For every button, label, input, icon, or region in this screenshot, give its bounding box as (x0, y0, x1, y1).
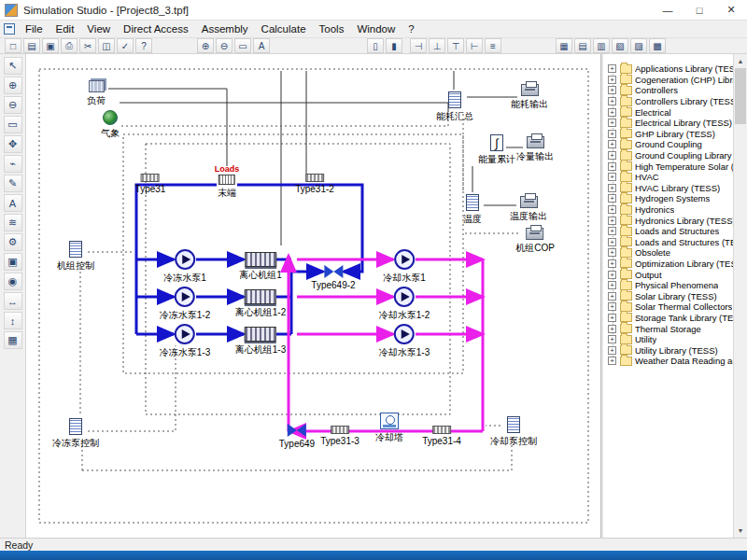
expand-plus-icon[interactable]: + (608, 302, 616, 311)
component-load[interactable]: 负荷 (87, 80, 106, 107)
component-chw-pump-1-2[interactable]: 冷冻水泵1-2 (160, 287, 210, 322)
expand-plus-icon[interactable]: + (608, 205, 616, 214)
toolbar-button[interactable]: ⎙ (61, 38, 78, 53)
component-chiller-1-3[interactable]: 离心机组1-3 (235, 327, 286, 357)
document-icon[interactable] (4, 23, 15, 35)
tree-scrollbar[interactable]: ▲ ▼ (733, 54, 747, 538)
tool-button[interactable]: ▣ (4, 253, 22, 271)
expand-plus-icon[interactable]: + (608, 130, 616, 138)
component-chiller-1[interactable]: 离心机组1 (239, 252, 282, 282)
toolbar-button[interactable]: ? (135, 38, 152, 53)
menu-item[interactable]: File (19, 21, 49, 36)
component-cw-pump-1-2[interactable]: 冷却水泵1-2 (379, 287, 430, 322)
component-type31-3[interactable]: Type31-3 (320, 426, 359, 446)
tool-button[interactable]: ↔ (4, 292, 22, 310)
expand-plus-icon[interactable]: + (608, 119, 616, 127)
component-energy-summary[interactable]: 能耗汇总 (436, 91, 473, 123)
expand-plus-icon[interactable]: + (608, 64, 616, 73)
component-cooling-output[interactable]: 冷量输出 (516, 133, 554, 163)
tool-button[interactable]: ⌁ (4, 155, 22, 173)
tool-button[interactable]: ✥ (4, 135, 22, 153)
component-cw-pump-1-3[interactable]: 冷却水泵1-3 (379, 324, 430, 359)
toolbar-button[interactable]: ▮ (386, 38, 402, 53)
scroll-down-icon[interactable]: ▼ (734, 524, 747, 538)
component-cooling-tower[interactable]: 冷却塔 (375, 413, 403, 444)
component-unit-cop[interactable]: 机组COP (515, 224, 555, 255)
maximize-button[interactable]: □ (684, 0, 715, 21)
toolbar-button[interactable]: ⊥ (429, 38, 445, 53)
expand-plus-icon[interactable]: + (608, 76, 616, 84)
component-energy-accumulator[interactable]: 能量累计 (478, 134, 515, 166)
toolbar-button[interactable]: ▧ (612, 38, 628, 53)
expand-plus-icon[interactable]: + (608, 281, 616, 289)
toolbar-button[interactable]: ✂ (79, 38, 96, 53)
menu-item[interactable]: ? (402, 21, 420, 36)
tool-button[interactable]: ▭ (4, 116, 22, 133)
expand-plus-icon[interactable]: + (608, 259, 616, 268)
expand-plus-icon[interactable]: + (608, 292, 616, 301)
component-cw-pump-control[interactable]: 冷却泵控制 (490, 416, 537, 448)
menu-item[interactable]: Direct Access (117, 21, 195, 36)
component-energy-output[interactable]: 能耗输出 (511, 80, 548, 111)
expand-plus-icon[interactable]: + (608, 335, 616, 343)
toolbar-button[interactable]: ▭ (234, 38, 251, 53)
expand-plus-icon[interactable]: + (608, 194, 616, 203)
toolbar-button[interactable]: ▨ (630, 38, 647, 53)
menu-item[interactable]: View (80, 21, 117, 36)
component-type31-4[interactable]: Type31-4 (422, 426, 461, 446)
menu-item[interactable]: Tools (313, 21, 351, 36)
expand-plus-icon[interactable]: + (608, 217, 616, 225)
expand-plus-icon[interactable]: + (608, 238, 616, 246)
tool-button[interactable]: ↖ (4, 57, 22, 75)
scroll-up-icon[interactable]: ▲ (734, 54, 747, 68)
scrollbar-thumb[interactable] (735, 68, 746, 124)
toolbar-button[interactable]: ≡ (485, 38, 501, 53)
component-chw-pump-1[interactable]: 冷冻水泵1 (163, 249, 206, 285)
menu-item[interactable]: Window (350, 21, 402, 36)
component-terminal[interactable]: Loads 末端 (215, 164, 240, 200)
expand-plus-icon[interactable]: + (608, 314, 616, 322)
toolbar-button[interactable]: ▩ (649, 38, 666, 53)
component-cw-pump-1[interactable]: 冷却水泵1 (383, 249, 426, 285)
expand-plus-icon[interactable]: + (608, 271, 616, 279)
menu-item[interactable]: Calculate (255, 21, 313, 36)
expand-plus-icon[interactable]: + (608, 86, 616, 94)
close-button[interactable]: ✕ (715, 0, 747, 21)
toolbar-button[interactable]: A (253, 38, 270, 53)
diagram-canvas[interactable]: 负荷 气象 Type31 Loads 末端 Type31-2 能耗汇总 能耗输出 (26, 54, 600, 538)
expand-plus-icon[interactable]: + (608, 140, 616, 148)
component-type31[interactable]: Type31 (135, 174, 166, 194)
toolbar-button[interactable]: ⊖ (216, 38, 233, 53)
tool-button[interactable]: A (4, 194, 22, 212)
toolbar-button[interactable]: ◫ (98, 38, 115, 53)
toolbar-button[interactable]: ▣ (42, 38, 59, 53)
menu-item[interactable]: Edit (49, 21, 81, 36)
tool-button[interactable]: ◉ (4, 273, 22, 290)
component-temperature[interactable]: 温度 (463, 194, 482, 226)
minimize-button[interactable]: — (652, 0, 684, 21)
taskbar-strip[interactable] (0, 551, 747, 560)
component-type649-2[interactable]: Type649-2 (311, 265, 355, 290)
toolbar-button[interactable]: ⊣ (410, 38, 427, 53)
toolbar-button[interactable]: □ (5, 38, 21, 53)
tool-button[interactable]: ✎ (4, 175, 22, 192)
expand-plus-icon[interactable]: + (608, 227, 616, 235)
expand-plus-icon[interactable]: + (608, 162, 616, 171)
expand-plus-icon[interactable]: + (608, 151, 616, 160)
toolbar-button[interactable]: ✓ (117, 38, 134, 53)
component-temperature-output[interactable]: 温度输出 (510, 192, 547, 223)
component-chiller-1-2[interactable]: 离心机组1-2 (235, 289, 286, 319)
toolbar-button[interactable]: ▤ (574, 38, 591, 53)
expand-plus-icon[interactable]: + (608, 173, 616, 181)
component-type649[interactable]: Type649 (279, 424, 315, 449)
toolbar-button[interactable]: ▦ (556, 38, 572, 53)
component-chw-pump-1-3[interactable]: 冷冻水泵1-3 (160, 324, 210, 359)
toolbar-button[interactable]: ⊢ (466, 38, 483, 53)
toolbar-button[interactable]: ▯ (367, 38, 384, 53)
tool-button[interactable]: ⊕ (4, 77, 22, 94)
toolbar-button[interactable]: ⊤ (447, 38, 464, 53)
expand-plus-icon[interactable]: + (608, 184, 616, 192)
expand-plus-icon[interactable]: + (608, 357, 616, 365)
expand-plus-icon[interactable]: + (608, 325, 616, 333)
expand-plus-icon[interactable]: + (608, 108, 616, 117)
